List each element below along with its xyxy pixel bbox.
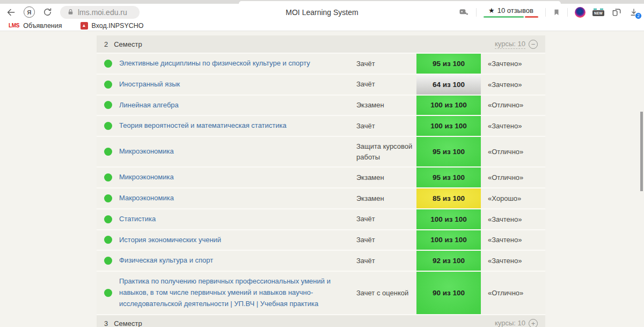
course-link[interactable]: Статистика [119,209,356,229]
page-scrollbar[interactable] [640,112,643,191]
courses-number: 10 [518,319,525,327]
course-link[interactable]: Иностранный язык [119,75,356,95]
bookmarks-bar: LMS Объявления ▲ Вход.INPSYCHO [0,20,644,31]
toolbar-divider [476,8,477,17]
course-link[interactable]: Физическая культура и спорт [119,251,356,271]
new-extension-icon[interactable]: NEW [592,9,604,16]
extension-color-icon[interactable] [575,7,586,18]
course-type: Зачёт [356,117,416,136]
status-dot-icon [104,236,112,244]
bookmark-flag-icon[interactable] [553,8,560,17]
course-grade: «Отлично» [481,173,545,181]
status-dot-cell [97,60,119,68]
status-dot-icon [104,194,112,202]
bookmark-item-inpsycho[interactable]: ▲ Вход.INPSYCHO [80,22,144,30]
status-dot-cell [97,194,119,202]
course-link[interactable]: История экономических учений [119,230,356,250]
course-grade: «Зачтено» [481,81,545,89]
status-dot-icon [104,81,112,89]
course-type: Зачёт [356,54,416,74]
window-frame [0,0,644,4]
status-dot-icon [104,60,112,68]
downloads-button[interactable]: 2 [629,8,639,17]
status-dot-cell [97,289,119,297]
status-dot-icon [104,173,112,181]
score-badge: 100 из 100 [416,230,481,250]
score-badge: 95 из 100 [416,168,481,187]
url-text: lms.moi.edu.ru [78,8,127,17]
course-type: Защита курсовой работы [356,137,416,166]
yandex-home-button[interactable]: Я [24,6,35,18]
protect-keys-icon[interactable] [458,7,469,18]
course-type: Экзамен [356,168,416,187]
course-row: Статистика Зачёт 100 из 100 «Зачтено» [97,209,545,230]
status-dot-cell [97,173,119,181]
course-grade: «Зачтено» [481,215,545,223]
course-type: Зачёт [356,230,416,250]
course-type: Зачёт [356,209,416,229]
course-grade: «Хорошо» [481,194,545,202]
semester-3-header: 3 Семестр курсы: 10 + [97,315,545,327]
status-dot-cell [97,148,119,156]
rating-positive [484,16,524,18]
collapse-icon[interactable]: − [529,40,538,49]
score-badge: 95 из 100 [416,137,481,166]
new-badge: NEW [592,10,604,16]
course-type: Зачет с оценкой [356,284,416,303]
course-type: Экзамен [356,189,416,208]
courses-count-link[interactable]: курсы: 10 [495,40,525,49]
semester-2-header: 2 Семестр курсы: 10 − [97,35,545,54]
course-rows: Элективные дисциплины по физической куль… [97,54,545,315]
courses-label: курсы: [495,40,516,48]
browser-toolbar: Я lms.moi.edu.ru MOI Learning System ★ 1… [0,4,644,20]
course-grade: «Отлично» [481,101,545,109]
status-dot-cell [97,101,119,109]
course-link[interactable]: Теория вероятностей и математическая ста… [119,116,356,136]
refresh-button[interactable] [42,7,53,17]
address-bar[interactable]: lms.moi.edu.ru [60,6,140,19]
course-link[interactable]: Практика по получению первичных професси… [119,272,356,314]
course-row: Теория вероятностей и математическая ста… [97,116,545,137]
course-type: Экзамен [356,96,416,115]
grades-table: 2 Семестр курсы: 10 − Элективные дисципл… [97,35,545,327]
course-grade: «Отлично» [481,289,545,297]
score-badge: 100 из 100 [416,209,481,229]
course-grade: «Зачтено» [481,60,545,68]
course-row: Микроэкономика Защита курсовой работы 95… [97,137,545,168]
expand-icon[interactable]: + [529,319,538,327]
course-row: Макроэкономика Экзамен 85 из 100 «Хорошо… [97,188,545,209]
course-link[interactable]: Линейная алгебра [119,96,356,115]
course-link[interactable]: Элективные дисциплины по физической куль… [119,54,356,74]
course-grade: «Зачтено» [481,236,545,244]
courses-number: 10 [518,40,525,48]
lms-favicon: LMS [9,23,19,28]
course-link[interactable]: Микроэкономика [119,168,356,187]
bookmark-label: Вход.INPSYCHO [92,22,144,30]
status-dot-cell [97,81,119,89]
yandex-icon: Я [24,6,35,18]
new-icon-dashes [594,9,603,10]
site-reviews[interactable]: ★ 10 отзывов [484,6,538,18]
semester-number: 2 [104,40,108,48]
course-link[interactable]: Макроэкономика [119,188,356,208]
course-row: Микроэкономика Экзамен 95 из 100 «Отличн… [97,168,545,188]
course-link[interactable]: Микроэкономика [119,142,356,162]
course-grade: «Зачтено» [481,122,545,130]
page-content: 2 Семестр курсы: 10 − Элективные дисципл… [0,35,644,327]
semester-title: Семестр [114,40,142,48]
status-dot-cell [97,257,119,265]
status-dot-cell [97,215,119,223]
course-type: Зачёт [356,75,416,94]
score-badge: 100 из 100 [416,116,481,136]
course-row: Практика по получению первичных професси… [97,272,545,315]
collections-tags-icon[interactable] [611,7,622,18]
back-button[interactable] [5,7,16,18]
pyramid-favicon: ▲ [80,22,88,30]
courses-count-link[interactable]: курсы: 10 [495,319,525,327]
bookmark-item-announcements[interactable]: LMS Объявления [9,22,62,30]
course-row: История экономических учений Зачёт 100 и… [97,230,545,251]
courses-label: курсы: [495,319,516,327]
score-badge: 95 из 100 [416,54,481,74]
page-title: MOI Learning System [286,8,358,17]
course-type: Зачёт [356,251,416,271]
